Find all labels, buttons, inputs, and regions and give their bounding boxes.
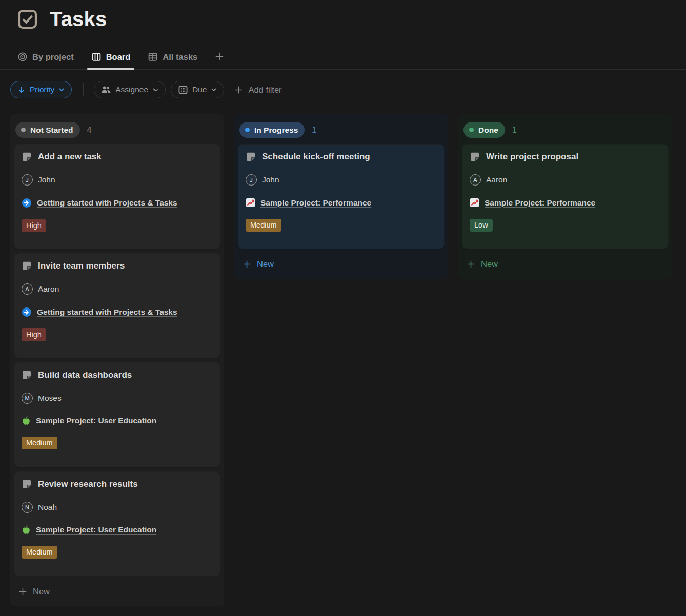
- plus-icon: [467, 260, 475, 269]
- chart-increasing-icon: [246, 198, 255, 208]
- page-icon: [22, 261, 32, 271]
- task-project-row: Sample Project: User Education: [22, 525, 213, 535]
- task-card[interactable]: Build data dashboards M Moses Sample Pro…: [14, 363, 220, 467]
- avatar: A: [22, 283, 33, 295]
- avatar-initial: M: [25, 395, 29, 401]
- column-card-count: 1: [512, 125, 517, 135]
- priority-tag[interactable]: Medium: [246, 219, 281, 232]
- chart-increasing-icon: [470, 198, 479, 208]
- add-filter-button[interactable]: Add filter: [234, 85, 281, 95]
- project-link[interactable]: Sample Project: User Education: [36, 525, 156, 535]
- task-title: Invite team members: [38, 261, 125, 271]
- column-status-pill[interactable]: Done: [463, 122, 505, 138]
- task-title: Build data dashboards: [38, 370, 132, 380]
- tab-label: By project: [32, 52, 74, 62]
- board-column-in-progress: In Progress 1 Schedule kick-off meeting …: [234, 114, 448, 279]
- assignee-name: John: [38, 175, 55, 184]
- page-icon: [22, 370, 32, 380]
- avatar-initial: J: [26, 177, 29, 183]
- priority-tag[interactable]: High: [22, 328, 46, 341]
- view-tabs: By project Board All tasks: [0, 50, 686, 70]
- task-assignee-row: M Moses: [22, 393, 213, 404]
- column-status-pill[interactable]: In Progress: [239, 122, 305, 138]
- task-project-row: Sample Project: Performance: [470, 198, 661, 208]
- priority-sort-button[interactable]: Priority: [10, 81, 72, 98]
- project-link[interactable]: Sample Project: Performance: [485, 198, 595, 208]
- assignee-filter-button[interactable]: Assignee: [94, 81, 166, 98]
- tab-label: All tasks: [163, 52, 197, 62]
- avatar: N: [22, 502, 33, 513]
- due-filter-button[interactable]: Due: [171, 81, 224, 98]
- task-project-row: Getting started with Projects & Tasks: [22, 307, 213, 317]
- target-icon: [17, 52, 28, 62]
- task-card[interactable]: Schedule kick-off meeting J John Sample …: [238, 145, 444, 249]
- project-link[interactable]: Getting started with Projects & Tasks: [37, 307, 177, 317]
- kanban-board: Not Started 4 Add a new task J John Gett…: [0, 114, 686, 606]
- chevron-down-icon: [58, 87, 65, 93]
- sort-label: Priority: [30, 85, 54, 94]
- calendar-icon: [178, 85, 188, 95]
- column-status-pill[interactable]: Not Started: [15, 122, 80, 138]
- task-tag-row: High: [22, 328, 213, 341]
- assignee-name: Noah: [38, 503, 57, 512]
- priority-tag[interactable]: Medium: [22, 437, 57, 449]
- tab-board[interactable]: Board: [90, 50, 132, 69]
- task-card[interactable]: Write project proposal A Aaron Sample Pr…: [462, 145, 668, 249]
- task-card[interactable]: Invite team members A Aaron Getting star…: [14, 254, 220, 358]
- chevron-down-icon: [211, 87, 217, 93]
- status-dot-icon: [245, 128, 250, 132]
- assignee-filter-label: Assignee: [115, 85, 148, 94]
- arrow-down-icon: [17, 86, 26, 94]
- project-link[interactable]: Sample Project: User Education: [36, 416, 156, 425]
- task-project-row: Sample Project: Performance: [246, 198, 437, 208]
- column-cards: Write project proposal A Aaron Sample Pr…: [462, 145, 668, 249]
- new-card-label: New: [481, 259, 498, 269]
- assignee-name: Aaron: [486, 175, 507, 184]
- add-view-button[interactable]: [214, 50, 225, 69]
- tab-label: Board: [106, 52, 131, 62]
- tab-all-tasks[interactable]: All tasks: [147, 50, 198, 69]
- task-card[interactable]: Add a new task J John Getting started wi…: [14, 145, 220, 249]
- avatar-initial: J: [250, 177, 253, 183]
- priority-tag[interactable]: Low: [470, 219, 493, 232]
- avatar-initial: N: [25, 504, 29, 510]
- priority-tag[interactable]: High: [22, 219, 46, 232]
- task-project-row: Getting started with Projects & Tasks: [22, 198, 213, 208]
- tab-by-project[interactable]: By project: [16, 50, 75, 69]
- column-cards: Add a new task J John Getting started wi…: [14, 145, 220, 576]
- project-link[interactable]: Sample Project: Performance: [260, 198, 371, 208]
- assignee-name: John: [262, 175, 279, 184]
- column-status-label: Not Started: [30, 126, 73, 135]
- add-filter-label: Add filter: [248, 85, 281, 95]
- task-title: Schedule kick-off meeting: [262, 152, 370, 162]
- task-title-row: Schedule kick-off meeting: [246, 152, 437, 162]
- new-card-button[interactable]: New: [462, 254, 668, 274]
- task-title: Add a new task: [38, 152, 102, 162]
- page-icon: [246, 152, 256, 162]
- page-icon: [22, 479, 32, 489]
- task-assignee-row: A Aaron: [22, 283, 213, 295]
- page-title: Tasks: [50, 8, 107, 31]
- task-assignee-row: J John: [22, 174, 213, 186]
- checkbox-icon: [15, 7, 39, 31]
- people-icon: [101, 85, 111, 95]
- task-title-row: Invite team members: [22, 261, 213, 271]
- plus-icon: [234, 86, 243, 94]
- new-card-button[interactable]: New: [238, 254, 444, 274]
- board-column-not-started: Not Started 4 Add a new task J John Gett…: [10, 114, 224, 606]
- green-apple-icon: [22, 416, 31, 425]
- task-assignee-row: J John: [246, 174, 437, 186]
- project-link[interactable]: Getting started with Projects & Tasks: [37, 198, 177, 208]
- column-card-count: 1: [312, 125, 316, 135]
- avatar: A: [470, 174, 481, 186]
- green-apple-icon: [22, 525, 31, 535]
- priority-tag[interactable]: Medium: [22, 546, 57, 559]
- task-card[interactable]: Review research results N Noah Sample Pr…: [14, 472, 220, 576]
- column-cards: Schedule kick-off meeting J John Sample …: [238, 145, 444, 249]
- task-title-row: Build data dashboards: [22, 370, 213, 380]
- task-title-row: Add a new task: [22, 152, 213, 162]
- task-tag-row: Medium: [22, 546, 213, 559]
- new-card-button[interactable]: New: [14, 581, 220, 601]
- assignee-name: Aaron: [38, 284, 59, 294]
- task-tag-row: Medium: [22, 437, 213, 449]
